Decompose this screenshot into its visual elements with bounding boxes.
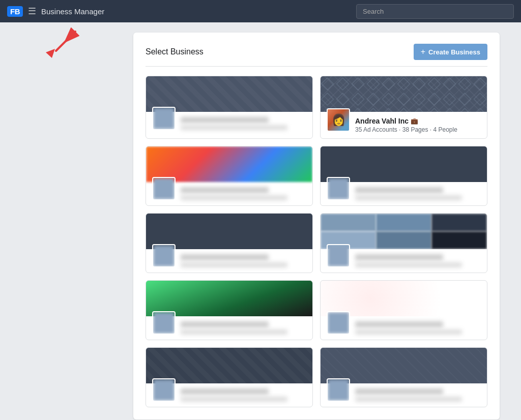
business-info-3 — [146, 182, 312, 205]
svg-rect-4 — [321, 76, 487, 112]
fb-logo[interactable]: FB — [7, 6, 23, 17]
business-meta-blur-8 — [355, 329, 462, 335]
business-details-3 — [181, 187, 306, 200]
business-info-6 — [321, 249, 487, 273]
business-card-4[interactable] — [320, 146, 487, 206]
business-details-8 — [355, 321, 481, 335]
business-details-4 — [355, 187, 481, 200]
business-avatar-andrea: 👩 — [327, 108, 350, 132]
business-meta-blur-7 — [181, 329, 287, 335]
business-meta-blur-9 — [181, 397, 287, 402]
business-info-5 — [146, 249, 312, 273]
business-card-5[interactable] — [146, 213, 313, 273]
business-info-andrea: 👩 Andrea Vahl Inc 💼 35 Ad Accounts · 38 … — [321, 112, 487, 138]
business-details-9 — [181, 388, 306, 402]
business-card-8[interactable] — [320, 280, 487, 340]
business-name-andrea: Andrea Vahl Inc 💼 — [355, 117, 481, 125]
main-content: Select Business + Create Business — [0, 22, 521, 420]
business-meta-blur-1 — [181, 125, 287, 130]
business-card-9[interactable] — [146, 347, 313, 407]
business-avatar-4 — [327, 177, 350, 200]
business-meta-blur-6 — [355, 262, 462, 267]
search-container — [356, 4, 514, 19]
business-name-blur-7 — [181, 321, 269, 327]
plus-icon: + — [421, 47, 425, 56]
business-avatar-9 — [152, 378, 176, 402]
business-details-10 — [355, 388, 481, 402]
create-business-button[interactable]: + Create Business — [414, 44, 487, 60]
menu-icon[interactable]: ☰ — [28, 6, 36, 17]
business-name-blur-8 — [355, 321, 443, 327]
business-meta-blur-4 — [355, 195, 462, 200]
business-details-7 — [181, 321, 306, 335]
business-avatar-6 — [327, 244, 350, 267]
business-cover-andrea — [321, 76, 487, 112]
business-manager-title: Business Manager — [41, 7, 104, 16]
divider — [146, 66, 487, 67]
search-input[interactable] — [356, 4, 514, 19]
business-name-blur-10 — [355, 388, 443, 395]
business-meta-blur-3 — [181, 195, 287, 200]
business-name-blur-1 — [181, 117, 269, 123]
business-info-8 — [321, 316, 487, 340]
business-info-10 — [321, 383, 487, 407]
briefcase-icon: 💼 — [411, 117, 418, 125]
select-business-panel: Select Business + Create Business — [133, 33, 500, 419]
create-business-label: Create Business — [428, 48, 480, 56]
business-card-7[interactable] — [146, 280, 313, 340]
business-meta-andrea: 35 Ad Accounts · 38 Pages · 4 People — [355, 126, 481, 133]
business-card-3[interactable] — [146, 146, 313, 206]
business-details-5 — [181, 254, 306, 267]
topnav-left: FB ☰ Business Manager — [7, 6, 104, 17]
business-details-1 — [181, 117, 306, 130]
business-avatar-10 — [327, 378, 350, 402]
business-card-10[interactable] — [320, 347, 487, 407]
business-info-1 — [146, 112, 312, 135]
business-card-1[interactable] — [146, 76, 313, 139]
business-name-blur-6 — [355, 254, 443, 260]
business-info-7 — [146, 316, 312, 340]
business-avatar-8 — [327, 311, 350, 335]
panel-header: Select Business + Create Business — [146, 44, 487, 60]
business-card-6[interactable] — [320, 213, 487, 273]
topnav: FB ☰ Business Manager — [0, 0, 521, 22]
business-info-9 — [146, 383, 312, 407]
business-details-andrea: Andrea Vahl Inc 💼 35 Ad Accounts · 38 Pa… — [355, 117, 481, 133]
business-info-4 — [321, 182, 487, 205]
business-avatar-3 — [152, 177, 176, 200]
business-grid: 👩 Andrea Vahl Inc 💼 35 Ad Accounts · 38 … — [146, 76, 487, 407]
business-name-blur-9 — [181, 388, 269, 395]
business-avatar-5 — [152, 244, 176, 267]
business-avatar-7 — [152, 311, 176, 335]
business-card-andrea[interactable]: 👩 Andrea Vahl Inc 💼 35 Ad Accounts · 38 … — [320, 76, 487, 139]
business-meta-blur-10 — [355, 397, 462, 402]
business-name-blur-4 — [355, 187, 443, 193]
business-avatar-1 — [152, 107, 176, 130]
sidebar — [0, 22, 31, 420]
business-name-blur-3 — [181, 187, 269, 193]
business-details-6 — [355, 254, 481, 267]
business-meta-blur-5 — [181, 262, 287, 267]
panel-title: Select Business — [146, 47, 204, 56]
business-name-blur-5 — [181, 254, 269, 260]
